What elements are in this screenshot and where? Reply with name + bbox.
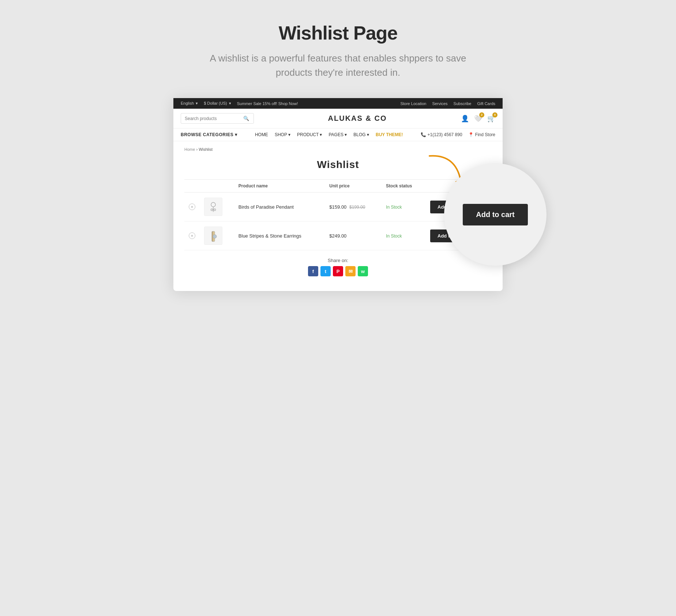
svg-point-2 <box>211 209 213 211</box>
remove-button-1[interactable]: × <box>189 232 195 239</box>
zoom-overlay: Add to cart <box>444 163 547 266</box>
col-stock-header: Stock status <box>382 180 426 193</box>
stock-cell-0: In Stock <box>382 193 426 221</box>
nav-right: 📞 +1(123) 4567 890 📍 Find Store <box>421 132 495 137</box>
price-cell-1: $249.00 <box>325 221 382 250</box>
currency-dropdown-arrow: ▾ <box>229 101 231 105</box>
browse-categories-label: BROWSE CATEGORIES <box>181 132 233 137</box>
top-bar: English ▾ $ Dollar (US) ▾ Summer Sale 15… <box>173 98 503 109</box>
top-bar-right: Store Location Services Subscribe Gift C… <box>400 101 495 106</box>
name-cell-0: Birds of Paradise Pendant <box>234 193 325 221</box>
nav-product-arrow: ▾ <box>320 132 322 137</box>
gift-cards-link[interactable]: Gift Cards <box>477 101 495 106</box>
nav-product[interactable]: PRODUCT ▾ <box>297 132 322 137</box>
search-input[interactable] <box>185 116 243 121</box>
wishlist-icon[interactable]: 🤍 2 <box>474 115 482 123</box>
stock-cell-1: In Stock <box>382 221 426 250</box>
breadcrumb: Home › Wishlist <box>184 147 492 152</box>
promo-text: Summer Sale 15% off! Shop Now! <box>237 101 298 106</box>
nav-pages[interactable]: PAGES ▾ <box>328 132 347 137</box>
stock-status-1: In Stock <box>386 234 402 239</box>
nav-pages-arrow: ▾ <box>345 132 347 137</box>
hero-title: Wishlist Page <box>192 22 484 44</box>
hero-section: Wishlist Page A wishlist is a powerful f… <box>192 22 484 80</box>
price-cell-0: $159.00 $199.00 <box>325 193 382 221</box>
services-link[interactable]: Services <box>432 101 447 106</box>
page-title: Wishlist <box>184 159 492 171</box>
breadcrumb-current: Wishlist <box>199 147 213 152</box>
product-thumbnail-1 <box>204 227 222 245</box>
svg-point-6 <box>213 235 217 238</box>
browse-dropdown-arrow: ▾ <box>235 132 237 137</box>
content-area: Home › Wishlist Wishlist Product name Un… <box>173 141 503 291</box>
col-product-name-header: Product name <box>234 180 325 193</box>
price-current-0: $159.00 <box>329 204 346 210</box>
col-remove-header <box>184 180 200 193</box>
nav-blog[interactable]: BLOG ▾ <box>353 132 369 137</box>
remove-cell-1: × <box>184 221 200 250</box>
cart-icon[interactable]: 🛒 0 <box>487 115 495 123</box>
language-selector[interactable]: English ▾ <box>181 101 198 106</box>
subscribe-link[interactable]: Subscribe <box>454 101 472 106</box>
breadcrumb-home[interactable]: Home <box>184 147 195 152</box>
browse-categories-button[interactable]: BROWSE CATEGORIES ▾ <box>181 132 237 137</box>
header-icons: 👤 🤍 2 🛒 0 <box>461 115 495 123</box>
price-current-1: $249.00 <box>329 233 346 239</box>
top-bar-left: English ▾ $ Dollar (US) ▾ Summer Sale 15… <box>181 101 298 106</box>
browser-mockup: English ▾ $ Dollar (US) ▾ Summer Sale 15… <box>173 98 503 291</box>
phone-icon: 📞 <box>421 132 426 137</box>
col-image-header <box>200 180 234 193</box>
svg-point-0 <box>211 202 215 207</box>
image-cell-0 <box>200 193 234 221</box>
image-cell-1 <box>200 221 234 250</box>
phone-number: 📞 +1(123) 4567 890 <box>421 132 462 137</box>
zoom-add-to-cart-button[interactable]: Add to cart <box>463 204 528 225</box>
store-location-link[interactable]: Store Location <box>400 101 426 106</box>
site-header: 🔍 ALUKAS & CO 👤 🤍 2 🛒 0 <box>173 109 503 128</box>
share-section: Share on: f t P ✉ w <box>184 250 492 280</box>
account-icon[interactable]: 👤 <box>461 115 469 123</box>
share-email-icon[interactable]: ✉ <box>345 266 356 276</box>
nav-shop[interactable]: SHOP ▾ <box>275 132 290 137</box>
currency-selector[interactable]: $ Dollar (US) ▾ <box>204 101 231 106</box>
language-dropdown-arrow: ▾ <box>196 101 198 105</box>
wishlist-badge: 2 <box>479 112 484 117</box>
location-icon: 📍 <box>468 132 474 137</box>
remove-button-0[interactable]: × <box>189 204 195 210</box>
find-store-link[interactable]: 📍 Find Store <box>468 132 495 137</box>
remove-cell-0: × <box>184 193 200 221</box>
product-name-1: Blue Stripes & Stone Earrings <box>239 233 301 239</box>
price-original-0: $199.00 <box>349 205 365 210</box>
product-thumbnail-0 <box>204 198 222 216</box>
product-name-0: Birds of Paradise Pendant <box>239 204 294 210</box>
svg-point-3 <box>214 209 216 211</box>
main-navigation: HOME SHOP ▾ PRODUCT ▾ PAGES ▾ BLOG ▾ BUY… <box>255 132 403 137</box>
share-label: Share on: <box>328 258 348 263</box>
share-whatsapp-icon[interactable]: w <box>358 266 368 276</box>
cart-badge: 0 <box>492 112 497 117</box>
name-cell-1: Blue Stripes & Stone Earrings <box>234 221 325 250</box>
site-logo: ALUKAS & CO <box>328 114 387 123</box>
nav-buy-theme[interactable]: BUY THEME! <box>376 132 403 137</box>
nav-shop-arrow: ▾ <box>288 132 290 137</box>
nav-home[interactable]: HOME <box>255 132 268 137</box>
col-unit-price-header: Unit price <box>325 180 382 193</box>
stock-status-0: In Stock <box>386 205 402 210</box>
hero-subtitle: A wishlist is a powerful features that e… <box>192 51 484 80</box>
search-icon: 🔍 <box>243 116 249 121</box>
share-icons: f t P ✉ w <box>184 266 492 276</box>
share-facebook-icon[interactable]: f <box>308 266 318 276</box>
search-box[interactable]: 🔍 <box>181 113 254 124</box>
table-header-row: Product name Unit price Stock status <box>184 180 492 193</box>
share-pinterest-icon[interactable]: P <box>333 266 343 276</box>
nav-bar: BROWSE CATEGORIES ▾ HOME SHOP ▾ PRODUCT … <box>173 128 503 141</box>
share-twitter-icon[interactable]: t <box>320 266 331 276</box>
nav-blog-arrow: ▾ <box>367 132 369 137</box>
